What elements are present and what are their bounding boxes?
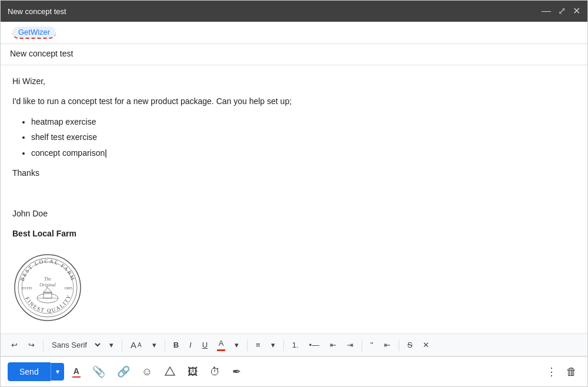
- undo-button[interactable]: ↩: [8, 338, 21, 352]
- email-body[interactable]: Hi Wizer, I'd like to run a concept test…: [1, 65, 587, 333]
- action-bar-right: ⋮ 🗑: [543, 362, 580, 382]
- divider: [247, 339, 248, 351]
- image-button[interactable]: 🖼: [184, 362, 202, 382]
- divider: [399, 339, 399, 351]
- svg-text:ESTD: ESTD: [22, 286, 32, 291]
- intro: I'd like to run a concept test for a new…: [12, 95, 576, 108]
- subject-text: New concept test: [10, 49, 73, 58]
- send-button[interactable]: Send: [8, 362, 51, 381]
- compose-window: New concept test — ⤢ ✕ GetWizer New conc…: [0, 0, 588, 387]
- delete-button[interactable]: 🗑: [563, 362, 580, 382]
- chevron-down-icon[interactable]: ▾: [149, 338, 160, 352]
- signature-button[interactable]: ✒: [229, 362, 245, 382]
- blockquote-button[interactable]: ": [367, 338, 377, 352]
- text-color-action-button[interactable]: A: [69, 363, 84, 381]
- font-family-select[interactable]: Sans Serif Serif Monospace: [48, 338, 102, 352]
- align-dropdown[interactable]: ▾: [268, 338, 279, 352]
- recipient-chip: GetWizer: [12, 26, 56, 39]
- list-item: shelf test exercise: [31, 131, 576, 144]
- to-row[interactable]: GetWizer: [1, 22, 587, 44]
- drive-button[interactable]: [161, 362, 179, 381]
- subject-row[interactable]: New concept test: [1, 44, 587, 65]
- chevron-down-icon[interactable]: ▾: [106, 338, 117, 352]
- greeting: Hi Wizer,: [12, 75, 576, 88]
- emoji-button[interactable]: ☺: [138, 362, 156, 382]
- window-controls: — ⤢ ✕: [542, 6, 580, 16]
- divider: [362, 339, 362, 351]
- divider: [165, 339, 165, 351]
- bold-button[interactable]: B: [170, 338, 182, 352]
- svg-rect-10: [44, 292, 52, 298]
- svg-text:The: The: [44, 276, 51, 282]
- divider: [283, 339, 284, 351]
- strikethrough-button[interactable]: S: [404, 338, 416, 352]
- indent-more-button[interactable]: ⇥: [343, 338, 357, 352]
- send-dropdown-button[interactable]: ▾: [51, 363, 64, 381]
- clear-formatting-button[interactable]: ✕: [419, 338, 433, 352]
- divider: [43, 339, 44, 351]
- send-group: Send ▾: [8, 362, 64, 381]
- svg-text:Original: Original: [39, 282, 56, 288]
- list-item: heatmap exercise: [31, 115, 576, 128]
- bullet-list: heatmap exercise shelf test exercise con…: [31, 115, 576, 159]
- svg-marker-13: [165, 367, 175, 375]
- unordered-list-button[interactable]: •—: [306, 338, 323, 352]
- svg-text:1985: 1985: [64, 286, 73, 291]
- formatting-toolbar: ↩ ↪ Sans Serif Serif Monospace ▾ AA ▾ B …: [1, 333, 587, 356]
- restore-button[interactable]: ⤢: [558, 6, 566, 16]
- sender-name: John Doe: [12, 207, 576, 220]
- remove-indent-button[interactable]: ⇤: [380, 338, 394, 352]
- align-button[interactable]: ≡: [252, 338, 264, 352]
- italic-button[interactable]: I: [186, 338, 195, 352]
- more-options-button[interactable]: ⋮: [543, 362, 560, 382]
- minimize-button[interactable]: —: [542, 6, 551, 16]
- action-bar: Send ▾ A 📎 🔗 ☺ 🖼 ⏱ ✒ ⋮ 🗑: [1, 356, 587, 386]
- company-seal: BEST LOCAL FARM FINEST QUALITY ESTD 1985…: [12, 252, 83, 323]
- timer-button[interactable]: ⏱: [206, 362, 224, 382]
- ordered-list-button[interactable]: ⁣⁣1.: [289, 338, 302, 352]
- list-item: concept comparison: [31, 146, 576, 159]
- sender-company: Best Local Farm: [12, 227, 576, 240]
- svg-marker-11: [44, 288, 52, 292]
- indent-less-button[interactable]: ⇤: [326, 338, 340, 352]
- svg-text:FINEST QUALITY: FINEST QUALITY: [24, 293, 72, 313]
- link-button[interactable]: 🔗: [113, 362, 133, 382]
- divider: [122, 339, 122, 351]
- close-button[interactable]: ✕: [573, 6, 580, 16]
- attach-button[interactable]: 📎: [89, 362, 109, 382]
- text-color-dropdown[interactable]: ▾: [231, 338, 242, 352]
- text-cursor: [105, 148, 107, 158]
- redo-button[interactable]: ↪: [25, 338, 38, 352]
- title-bar: New concept test — ⤢ ✕: [1, 1, 587, 22]
- underline-button[interactable]: U: [199, 338, 211, 352]
- window-title: New concept test: [8, 7, 66, 16]
- text-color-button[interactable]: A: [215, 338, 228, 352]
- font-size-button[interactable]: AA: [127, 338, 145, 352]
- closing: Thanks: [12, 166, 576, 179]
